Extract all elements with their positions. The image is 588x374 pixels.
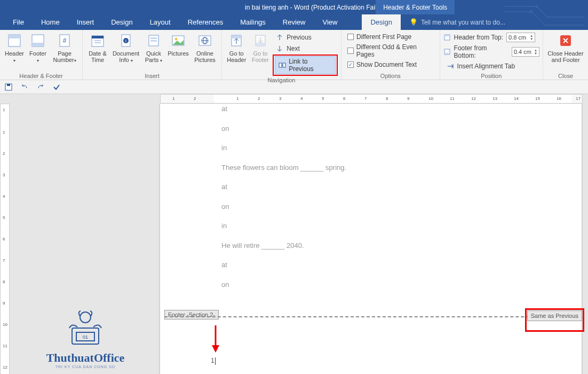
- tab-references[interactable]: References: [179, 14, 232, 30]
- group-label-options: Options: [345, 72, 436, 79]
- svg-rect-16: [150, 37, 157, 39]
- tell-me-search[interactable]: 💡 Tell me what you want to do...: [401, 14, 514, 30]
- alignment-tab-icon: [446, 62, 455, 71]
- close-header-footer-button[interactable]: Close Header and Footer: [546, 31, 585, 63]
- ribbon: Header▾ Footer▾ # Page Number▾ Header & …: [0, 30, 588, 80]
- group-label-navigation: Navigation: [225, 76, 338, 83]
- check-icon: [52, 83, 61, 91]
- insert-alignment-tab-button[interactable]: Insert Alignment Tab: [443, 61, 539, 72]
- vertical-ruler[interactable]: 1 1 2 3 4 5 6 7 8 9 10 11 12: [0, 104, 10, 374]
- group-header-footer: Header▾ Footer▾ # Page Number▾ Header & …: [0, 30, 83, 80]
- svg-rect-27: [256, 43, 265, 46]
- header-button[interactable]: Header▾: [3, 31, 26, 64]
- different-odd-even-checkbox[interactable]: Different Odd & Even Pages: [345, 42, 436, 59]
- group-navigation: Go to Header Go to Footer Previous Next: [222, 30, 341, 80]
- group-close: Close Header and Footer Close: [543, 30, 588, 80]
- pictures-icon: [170, 32, 187, 49]
- window-title: in bai tieng anh - Word (Product Activat…: [0, 4, 588, 11]
- tab-review[interactable]: Review: [274, 14, 314, 30]
- tab-header-footer-design[interactable]: Design: [362, 14, 400, 30]
- tab-insert[interactable]: Insert: [68, 14, 103, 30]
- svg-rect-29: [283, 63, 285, 67]
- bulb-icon: 💡: [409, 18, 418, 26]
- group-insert: Date & Time i Document Info ▾ Quick Part…: [83, 30, 222, 80]
- quick-parts-icon: [145, 32, 162, 49]
- document-area: 1 1 2 3 4 5 6 7 8 9 10 11 12 1 2 1 2 3 4…: [0, 94, 588, 374]
- tab-view[interactable]: View: [314, 14, 346, 30]
- svg-point-19: [175, 38, 178, 41]
- header-from-top-input[interactable]: 0.8 cm▲▼: [506, 33, 535, 42]
- svg-rect-5: [32, 43, 44, 46]
- page-number-icon: #: [56, 32, 73, 49]
- watermark-tagline: TRI KY CUA DAN CONG SO: [32, 365, 139, 369]
- svg-point-1: [530, 11, 533, 13]
- tab-home[interactable]: Home: [33, 14, 68, 30]
- footer-bottom-icon: [443, 48, 451, 56]
- tell-me-placeholder: Tell me what you want to do...: [421, 19, 505, 26]
- navigation-stack: Previous Next Link to Previous: [273, 31, 338, 76]
- spinner-icon: ▲▼: [530, 34, 533, 41]
- footer-icon: [29, 32, 46, 49]
- svg-rect-25: [232, 35, 241, 38]
- watermark-logo: 01 ThuthuatOffice TRI KY CUA DAN CONG SO: [32, 307, 139, 369]
- footer-edit-zone[interactable]: [211, 323, 220, 356]
- redo-button[interactable]: [35, 82, 46, 92]
- tab-layout[interactable]: Layout: [141, 14, 179, 30]
- page-number-button[interactable]: # Page Number▾: [50, 31, 79, 64]
- mascot-icon: 01: [61, 307, 109, 349]
- horizontal-ruler[interactable]: 1 2 1 2 3 4 5 6 7 8 9 10 11 12 13 14 15 …: [160, 94, 583, 104]
- tab-file[interactable]: File: [4, 14, 33, 30]
- online-pictures-icon: [196, 32, 213, 49]
- link-to-previous-button[interactable]: Link to Previous: [275, 56, 336, 74]
- footer-section-tag: Footer -Section 2-: [164, 310, 219, 320]
- header-top-icon: [443, 34, 451, 41]
- pictures-button[interactable]: Pictures: [166, 31, 190, 57]
- redo-icon: [36, 83, 45, 91]
- save-icon: [4, 83, 13, 91]
- spellcheck-button[interactable]: [51, 82, 62, 92]
- tab-design[interactable]: Design: [102, 14, 141, 30]
- quick-parts-button[interactable]: Quick Parts ▾: [142, 31, 165, 64]
- group-label-position: Position: [443, 72, 539, 79]
- svg-rect-32: [444, 35, 450, 36]
- previous-button[interactable]: Previous: [273, 32, 338, 43]
- footer-from-bottom-input[interactable]: 0.4 cm▲▼: [512, 47, 539, 57]
- group-options: Different First Page Different Odd & Eve…: [341, 30, 440, 80]
- undo-button[interactable]: [19, 82, 30, 92]
- group-position: Header from Top: 0.8 cm▲▼ Footer from Bo…: [440, 30, 543, 80]
- next-button[interactable]: Next: [273, 43, 338, 54]
- different-first-page-checkbox[interactable]: Different First Page: [345, 32, 436, 42]
- tab-mailings[interactable]: Mailings: [232, 14, 274, 30]
- goto-footer-button[interactable]: Go to Footer: [249, 31, 272, 63]
- text-cursor: [215, 357, 216, 365]
- svg-rect-28: [279, 63, 282, 67]
- close-icon: [557, 32, 574, 49]
- group-label-close: Close: [546, 72, 585, 79]
- document-info-button[interactable]: i Document Info ▾: [110, 31, 141, 64]
- watermark-brand: ThuthuatOffice: [32, 351, 139, 365]
- svg-rect-9: [92, 36, 104, 38]
- save-button[interactable]: [3, 82, 14, 92]
- document-body-text: at on in These flowers can bloom ______ …: [221, 104, 346, 299]
- online-pictures-button[interactable]: Online Pictures: [192, 31, 218, 63]
- svg-rect-34: [444, 53, 450, 54]
- spinner-icon: ▲▼: [534, 49, 537, 55]
- svg-rect-3: [9, 35, 20, 38]
- document-info-icon: i: [117, 32, 134, 49]
- contextual-tab-title: Header & Footer Tools: [376, 0, 455, 14]
- next-icon: [275, 44, 284, 53]
- svg-point-42: [80, 312, 91, 323]
- show-document-text-checkbox[interactable]: ✓Show Document Text: [345, 60, 436, 69]
- calendar-icon: [89, 32, 106, 49]
- date-time-button[interactable]: Date & Time: [86, 31, 109, 63]
- svg-rect-17: [150, 40, 157, 42]
- checkbox-checked-icon: ✓: [347, 61, 354, 68]
- footer-button[interactable]: Footer▾: [27, 31, 49, 64]
- link-icon: [279, 61, 286, 69]
- document-page[interactable]: at on in These flowers can bloom ______ …: [160, 104, 582, 374]
- svg-rect-39: [7, 84, 10, 86]
- goto-header-button[interactable]: Go to Header: [225, 31, 248, 63]
- title-bar: in bai tieng anh - Word (Product Activat…: [0, 0, 588, 14]
- previous-icon: [275, 33, 284, 42]
- footer-page-number[interactable]: 1: [211, 357, 216, 365]
